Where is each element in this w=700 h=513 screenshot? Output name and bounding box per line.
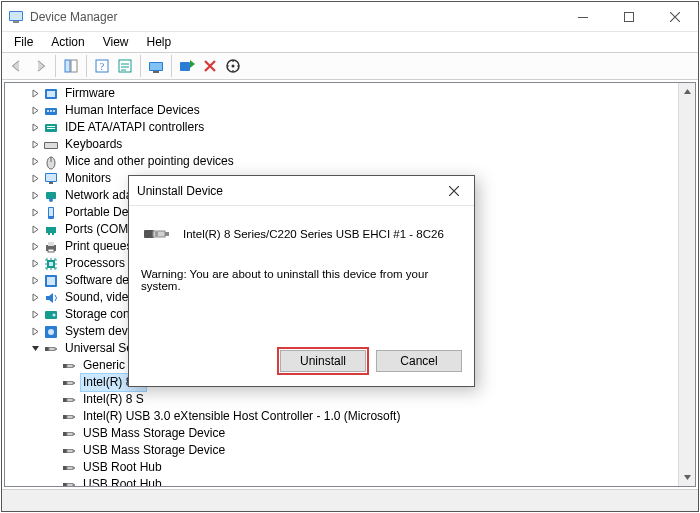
chevron-right-icon[interactable]: [29, 326, 41, 338]
app-icon: [8, 9, 24, 25]
svg-rect-11: [150, 63, 162, 70]
nav-back-button[interactable]: [6, 55, 28, 77]
svg-rect-36: [46, 227, 56, 233]
tree-item[interactable]: Intel(R) USB 3.0 eXtensible Host Control…: [5, 408, 678, 425]
menu-help[interactable]: Help: [139, 33, 180, 51]
usb-icon: [61, 375, 77, 391]
svg-rect-69: [67, 449, 73, 452]
chevron-right-icon[interactable]: [29, 309, 41, 321]
tree-item[interactable]: Keyboards: [5, 136, 678, 153]
expander-spacer: [47, 445, 59, 457]
tree-item-label: USB Mass Storage Device: [81, 425, 227, 442]
tree-item[interactable]: USB Mass Storage Device: [5, 442, 678, 459]
dialog-body: Intel(R) 8 Series/C220 Series USB EHCI #…: [129, 206, 474, 350]
scan-hardware-button[interactable]: [222, 55, 244, 77]
chevron-right-icon[interactable]: [29, 292, 41, 304]
chevron-right-icon[interactable]: [29, 173, 41, 185]
keyboard-icon: [43, 137, 59, 153]
svg-rect-57: [67, 381, 73, 384]
svg-point-33: [49, 198, 53, 202]
usb-icon: [61, 358, 77, 374]
minimize-button[interactable]: [560, 2, 606, 32]
uninstall-button[interactable]: Uninstall: [280, 350, 366, 372]
svg-rect-59: [63, 398, 67, 402]
svg-rect-35: [49, 208, 53, 216]
svg-rect-83: [155, 233, 158, 234]
usb-icon: [61, 409, 77, 425]
tree-item-label: Intel(R) 8 S: [81, 391, 146, 408]
tree-item[interactable]: Intel(R) 8 S: [5, 391, 678, 408]
menu-action[interactable]: Action: [43, 33, 92, 51]
expander-spacer: [47, 479, 59, 487]
titlebar: Device Manager: [2, 2, 698, 32]
ide-icon: [43, 120, 59, 136]
svg-rect-40: [48, 242, 54, 246]
chevron-right-icon[interactable]: [29, 122, 41, 134]
maximize-button[interactable]: [606, 2, 652, 32]
sound-icon: [43, 290, 59, 306]
svg-rect-53: [63, 364, 67, 368]
actions-button[interactable]: [114, 55, 136, 77]
chevron-right-icon[interactable]: [29, 207, 41, 219]
svg-rect-17: [47, 91, 55, 97]
svg-rect-55: [73, 365, 75, 367]
tree-item[interactable]: Mice and other pointing devices: [5, 153, 678, 170]
cpu-icon: [43, 256, 59, 272]
svg-rect-63: [67, 415, 73, 418]
nav-forward-button[interactable]: [29, 55, 51, 77]
scroll-up-icon[interactable]: [679, 83, 695, 100]
chevron-right-icon[interactable]: [29, 275, 41, 287]
chevron-right-icon[interactable]: [29, 139, 41, 151]
chevron-right-icon[interactable]: [29, 241, 41, 253]
svg-rect-65: [63, 432, 67, 436]
chevron-down-icon[interactable]: [29, 343, 41, 355]
expander-spacer: [47, 394, 59, 406]
monitor-icon: [43, 171, 59, 187]
dialog-close-button[interactable]: [434, 176, 474, 206]
svg-point-19: [47, 110, 49, 112]
menu-view[interactable]: View: [95, 33, 137, 51]
vertical-scrollbar[interactable]: [678, 83, 695, 486]
scroll-down-icon[interactable]: [679, 469, 695, 486]
toolbar: ?: [2, 52, 698, 80]
help-button[interactable]: ?: [91, 55, 113, 77]
chevron-right-icon[interactable]: [29, 156, 41, 168]
tree-item-label: Firmware: [63, 85, 117, 102]
svg-rect-23: [47, 126, 55, 127]
svg-rect-60: [67, 398, 73, 401]
tree-item[interactable]: USB Root Hub: [5, 476, 678, 486]
tree-item-label: Sound, video: [63, 289, 137, 306]
menubar: File Action View Help: [2, 32, 698, 52]
close-button[interactable]: [652, 2, 698, 32]
dialog-title: Uninstall Device: [137, 184, 434, 198]
svg-point-20: [50, 110, 52, 112]
usb-icon: [61, 443, 77, 459]
chevron-right-icon[interactable]: [29, 88, 41, 100]
uninstall-device-button[interactable]: [199, 55, 221, 77]
chevron-right-icon[interactable]: [29, 258, 41, 270]
print-icon: [43, 239, 59, 255]
svg-rect-4: [625, 12, 634, 21]
cancel-button[interactable]: Cancel: [376, 350, 462, 372]
ports-icon: [43, 222, 59, 238]
svg-rect-64: [73, 416, 75, 418]
chevron-right-icon[interactable]: [29, 190, 41, 202]
tree-item[interactable]: USB Mass Storage Device: [5, 425, 678, 442]
menu-file[interactable]: File: [6, 33, 41, 51]
window-title: Device Manager: [30, 10, 560, 24]
svg-rect-62: [63, 415, 67, 419]
tree-item[interactable]: Firmware: [5, 85, 678, 102]
enable-device-button[interactable]: [176, 55, 198, 77]
svg-rect-50: [45, 347, 49, 351]
svg-rect-75: [67, 483, 73, 486]
tree-item[interactable]: IDE ATA/ATAPI controllers: [5, 119, 678, 136]
chevron-right-icon[interactable]: [29, 224, 41, 236]
tree-item[interactable]: USB Root Hub: [5, 459, 678, 476]
svg-rect-3: [578, 17, 588, 18]
chevron-right-icon[interactable]: [29, 105, 41, 117]
svg-rect-58: [73, 382, 75, 384]
tree-item[interactable]: Human Interface Devices: [5, 102, 678, 119]
show-hide-tree-button[interactable]: [60, 55, 82, 77]
update-driver-button[interactable]: [145, 55, 167, 77]
tree-item-label: Keyboards: [63, 136, 124, 153]
